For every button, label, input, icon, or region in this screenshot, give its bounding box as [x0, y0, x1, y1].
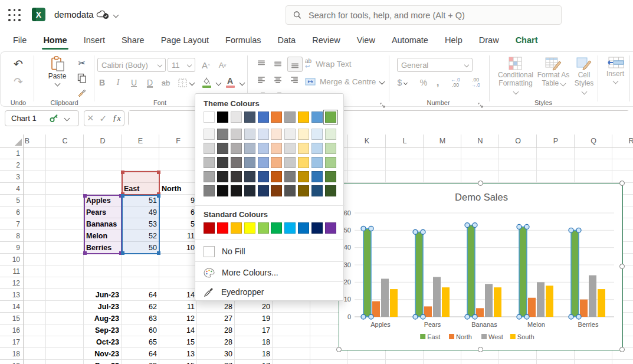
legend-label-East[interactable]: East [427, 333, 440, 340]
bar-West-Bananas[interactable] [485, 284, 493, 317]
bar-East-Pears[interactable] [415, 232, 423, 317]
range-handle[interactable] [121, 170, 124, 174]
cell-D14[interactable]: Jul-23 [84, 301, 122, 313]
cell-E13[interactable]: 64 [122, 289, 159, 301]
accounting-format-button[interactable]: $ [395, 76, 410, 90]
chart-selection-handle[interactable] [619, 181, 625, 186]
underline-button[interactable]: U [127, 76, 141, 90]
decrease-decimal-button[interactable]: .00→.0 [467, 76, 484, 90]
x-axis-label[interactable]: Melon [527, 321, 545, 328]
legend-label-West[interactable]: West [488, 333, 503, 340]
color-swatch[interactable] [244, 157, 255, 168]
cell-F8[interactable]: 11 [159, 230, 197, 242]
percent-style-button[interactable]: % [417, 76, 430, 90]
tab-formulas[interactable]: Formulas [217, 30, 269, 50]
row-header-18[interactable]: 18 [0, 348, 20, 360]
series-selection-handle[interactable] [465, 314, 470, 319]
color-swatch[interactable] [231, 157, 242, 168]
x-axis-label[interactable]: Apples [370, 321, 391, 328]
row-header-9[interactable]: 9 [0, 242, 20, 254]
increase-font-button[interactable]: A^ [199, 58, 213, 72]
series-selection-handle[interactable] [473, 223, 477, 228]
column-header-F[interactable]: F [159, 135, 197, 147]
borders-button[interactable] [175, 76, 196, 90]
legend-swatch-North[interactable] [449, 334, 454, 339]
color-swatch[interactable] [217, 129, 228, 140]
column-header-R[interactable]: R [612, 135, 633, 147]
series-selection-handle[interactable] [576, 228, 581, 232]
chart-selection-handle[interactable] [478, 181, 483, 186]
bar-West-Berries[interactable] [589, 276, 596, 317]
color-swatch[interactable] [258, 143, 269, 154]
cell-F7[interactable]: 5 [159, 218, 197, 230]
select-all-corner[interactable] [0, 135, 24, 147]
series-selection-handle[interactable] [517, 224, 522, 229]
range-handle[interactable] [83, 251, 87, 255]
align-left-button[interactable] [254, 73, 268, 87]
chart-selection-handle[interactable] [619, 347, 625, 352]
bar-East-Apples[interactable] [363, 228, 371, 317]
font-name-select[interactable]: Calibri (Body) [97, 58, 166, 72]
color-swatch[interactable] [258, 129, 269, 140]
color-swatch[interactable] [204, 171, 215, 182]
values-range-highlight[interactable] [122, 195, 160, 254]
alignment-dialog-launcher-icon[interactable] [379, 100, 386, 111]
series-selection-handle[interactable] [524, 314, 529, 319]
color-swatch[interactable] [311, 143, 323, 154]
series-selection-handle[interactable] [421, 314, 425, 319]
tab-page-layout[interactable]: Page Layout [153, 30, 217, 50]
undo-button[interactable]: ↶ [9, 55, 28, 72]
cell-F19[interactable]: 15 [159, 360, 197, 364]
cell-D16[interactable]: Sep-23 [84, 324, 122, 336]
row-header-14[interactable]: 14 [0, 301, 20, 313]
cell-F5[interactable]: 9 [159, 195, 197, 206]
color-swatch[interactable] [231, 112, 242, 123]
cell-styles-button[interactable]: Cell Styles [572, 57, 596, 96]
double-underline-button[interactable]: D [143, 76, 157, 90]
row-header-5[interactable]: 5 [0, 195, 20, 206]
tab-file[interactable]: File [5, 30, 35, 50]
bar-North-Melon[interactable] [528, 298, 536, 317]
tab-data[interactable]: Data [270, 30, 304, 50]
name-box-input[interactable] [10, 113, 48, 123]
row-header-19[interactable]: 19 [0, 360, 20, 364]
row-header-13[interactable]: 13 [0, 289, 20, 301]
redo-button[interactable]: ↷ [9, 73, 28, 90]
color-swatch[interactable] [231, 185, 242, 196]
color-swatch[interactable] [244, 129, 255, 140]
color-swatch[interactable] [244, 112, 255, 123]
cell-G14[interactable]: 28 [197, 301, 235, 313]
fill-color-chevron-icon[interactable] [216, 80, 222, 86]
color-swatch[interactable] [258, 185, 269, 196]
chart-selection-handle[interactable] [336, 347, 342, 352]
row-header-12[interactable]: 12 [0, 277, 20, 289]
color-swatch[interactable] [284, 171, 296, 182]
chart-selection-handle[interactable] [619, 264, 625, 269]
series-selection-handle[interactable] [413, 314, 418, 319]
name-box-chevron-icon[interactable] [64, 116, 70, 122]
color-swatch[interactable] [271, 185, 282, 196]
color-swatch[interactable] [204, 222, 215, 234]
align-right-button[interactable] [287, 73, 301, 87]
bar-West-Melon[interactable] [537, 282, 545, 317]
x-axis-label[interactable]: Bananas [471, 321, 497, 328]
color-swatch[interactable] [217, 143, 228, 154]
series-name-range-highlight[interactable] [122, 171, 160, 195]
row-header-16[interactable]: 16 [0, 324, 20, 336]
wrap-text-button[interactable]: ab↩ Wrap Text [305, 57, 351, 71]
cell-H14[interactable]: 20 [235, 301, 273, 313]
bar-South-Berries[interactable] [598, 289, 605, 317]
series-selection-handle[interactable] [473, 314, 477, 319]
app-launcher-icon[interactable] [8, 9, 21, 22]
series-selection-handle[interactable] [576, 314, 581, 319]
color-swatch[interactable] [298, 157, 309, 168]
conditional-formatting-button[interactable]: Conditional Formatting [498, 57, 533, 96]
number-dialog-launcher-icon[interactable] [477, 100, 484, 111]
chart-object[interactable]: Demo Sales0102030405060ApplesPearsBanana… [339, 183, 623, 350]
copy-button[interactable] [75, 71, 89, 84]
font-color-chevron-icon[interactable] [240, 80, 245, 86]
cell-F13[interactable]: 14 [159, 289, 197, 301]
row-header-4[interactable]: 4 [0, 183, 20, 195]
series-selection-handle[interactable] [369, 226, 373, 231]
color-swatch[interactable] [271, 171, 282, 182]
